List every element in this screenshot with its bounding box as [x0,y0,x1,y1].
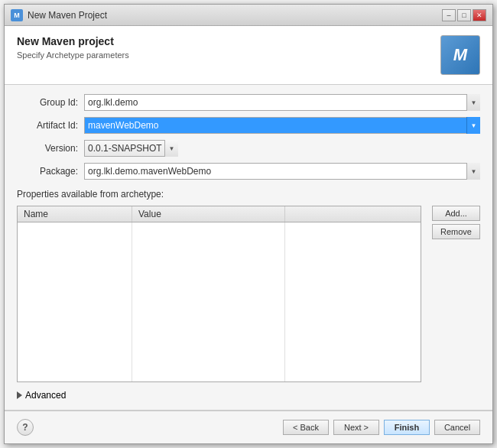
title-bar-title: New Maven Project [28,10,107,21]
advanced-label: Advanced [25,390,66,401]
version-row: Version: 0.0.1-SNAPSHOT ▼ [17,140,480,157]
maximize-button[interactable]: □ [457,9,471,21]
artifact-id-row: Artifact Id: ▼ [17,117,480,134]
properties-table-container: Name Value [17,206,421,382]
back-button[interactable]: < Back [283,420,329,435]
version-label: Version: [17,143,78,154]
col-extra-header [285,206,421,222]
name-col [18,222,132,381]
dialog-title: New Maven project [17,35,129,47]
package-dropdown-arrow[interactable]: ▼ [466,163,480,180]
properties-area: Name Value Add... Remove [17,206,480,382]
finish-button[interactable]: Finish [384,420,430,435]
maven-header-icon: M [440,35,480,75]
artifact-id-input-wrap: ▼ [84,117,480,134]
title-bar: M New Maven Project – □ ✕ [5,5,492,26]
dialog-header: New Maven project Specify Archetype para… [5,26,492,85]
footer-left: ? [17,419,34,436]
value-col [132,222,285,381]
table-header: Name Value [18,206,421,222]
group-id-input-wrap: ▼ [84,94,480,111]
group-id-label: Group Id: [17,97,78,108]
dialog-footer: ? < Back Next > Finish Cancel [5,411,492,443]
group-id-row: Group Id: ▼ [17,94,480,111]
artifact-id-dropdown-arrow[interactable]: ▼ [466,117,480,134]
table-buttons: Add... Remove [426,206,480,382]
dialog-subtitle: Specify Archetype parameters [17,50,129,60]
dialog-header-text: New Maven project Specify Archetype para… [17,35,129,60]
table-body [18,222,421,381]
artifact-id-label: Artifact Id: [17,120,78,131]
col-value-header: Value [132,206,285,222]
maven-title-icon: M [11,9,23,21]
minimize-button[interactable]: – [442,9,456,21]
extra-col [285,222,421,381]
close-button[interactable]: ✕ [473,9,486,21]
package-row: Package: ▼ [17,163,480,180]
help-button[interactable]: ? [17,419,34,436]
version-select-wrap: 0.0.1-SNAPSHOT ▼ [84,140,178,157]
dialog-body: Group Id: ▼ Artifact Id: ▼ Version: 0.0.… [5,85,492,410]
title-bar-controls: – □ ✕ [442,9,486,21]
artifact-id-input[interactable] [84,117,480,134]
version-dropdown-arrow[interactable]: ▼ [164,140,178,157]
package-label: Package: [17,166,78,177]
advanced-triangle-icon [17,391,22,399]
package-input-wrap: ▼ [84,163,480,180]
package-input[interactable] [84,163,480,180]
group-id-input[interactable] [84,94,480,111]
footer-right: < Back Next > Finish Cancel [283,420,480,435]
col-name-header: Name [18,206,132,222]
remove-button[interactable]: Remove [432,224,480,239]
cancel-button[interactable]: Cancel [434,420,480,435]
dialog-window: M New Maven Project – □ ✕ New Maven proj… [4,4,493,444]
add-button[interactable]: Add... [432,206,480,221]
group-id-dropdown-arrow[interactable]: ▼ [466,94,480,111]
next-button[interactable]: Next > [333,420,379,435]
advanced-row[interactable]: Advanced [17,390,480,401]
title-bar-left: M New Maven Project [11,9,107,21]
properties-section-label: Properties available from archetype: [17,189,480,200]
